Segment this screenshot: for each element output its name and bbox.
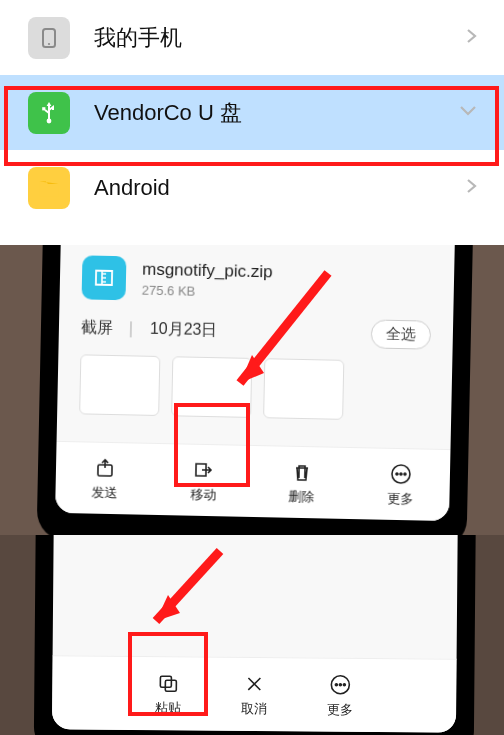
phone-frame: QQ ｜ 10月23日 msgnotify_pic.zip 275.6 KB 截… bbox=[36, 245, 473, 535]
btn-label: 移动 bbox=[190, 485, 216, 504]
btn-label: 更多 bbox=[387, 489, 413, 508]
svg-point-15 bbox=[343, 683, 345, 685]
btn-label: 删除 bbox=[289, 487, 315, 506]
group-date: 10月23日 bbox=[150, 320, 218, 338]
btn-label: 粘贴 bbox=[155, 699, 181, 717]
file-row-zip[interactable]: msgnotify_pic.zip 275.6 KB bbox=[59, 247, 454, 315]
row-android-folder[interactable]: Android bbox=[0, 150, 504, 225]
photo-panel-move: QQ ｜ 10月23日 msgnotify_pic.zip 275.6 KB 截… bbox=[0, 245, 504, 535]
file-name: msgnotify_pic.zip bbox=[142, 260, 273, 283]
file-manager-list: 我的手机 VendorCo U 盘 Android bbox=[0, 0, 504, 245]
row-my-phone[interactable]: 我的手机 bbox=[0, 0, 504, 75]
select-all-button[interactable]: 全选 bbox=[371, 319, 432, 349]
svg-point-9 bbox=[404, 473, 406, 475]
phone-icon bbox=[28, 17, 70, 59]
folder-icon bbox=[28, 167, 70, 209]
more-button[interactable]: 更多 bbox=[327, 672, 353, 718]
row-label: VendorCo U 盘 bbox=[94, 98, 456, 128]
btn-label: 发送 bbox=[92, 483, 118, 502]
row-usb-drive[interactable]: VendorCo U 盘 bbox=[0, 75, 504, 150]
action-toolbar: 粘贴 取消 更多 bbox=[52, 655, 457, 733]
row-label: Android bbox=[94, 175, 464, 201]
thumbnail[interactable] bbox=[171, 356, 252, 418]
btn-label: 更多 bbox=[327, 700, 353, 718]
chevron-right-icon bbox=[464, 174, 480, 202]
svg-point-8 bbox=[400, 473, 402, 475]
action-toolbar: 发送 移动 删除 更多 bbox=[55, 441, 450, 521]
btn-label: 取消 bbox=[241, 699, 267, 717]
file-size: 275.6 KB bbox=[142, 283, 273, 301]
delete-button[interactable]: 删除 bbox=[289, 459, 316, 506]
thumbnail[interactable] bbox=[263, 358, 344, 420]
photo-panel-paste: 耳朵，有些… 6.46 MB ｜ 2020/3/… 10:56 粘贴 取消 bbox=[0, 535, 504, 735]
group-label: 截屏 bbox=[81, 318, 113, 336]
svg-point-13 bbox=[335, 683, 337, 685]
send-button[interactable]: 发送 bbox=[92, 455, 119, 502]
svg-point-14 bbox=[339, 683, 341, 685]
svg-point-7 bbox=[396, 472, 398, 474]
svg-point-2 bbox=[47, 118, 52, 123]
svg-point-1 bbox=[48, 43, 50, 45]
phone-frame: 耳朵，有些… 6.46 MB ｜ 2020/3/… 10:56 粘贴 取消 bbox=[34, 535, 477, 735]
usb-icon bbox=[28, 92, 70, 134]
chevron-down-icon bbox=[456, 103, 480, 123]
phone-screen: QQ ｜ 10月23日 msgnotify_pic.zip 275.6 KB 截… bbox=[55, 245, 455, 521]
paste-button[interactable]: 粘贴 bbox=[155, 671, 181, 717]
more-button[interactable]: 更多 bbox=[387, 461, 414, 508]
chevron-right-icon bbox=[464, 24, 480, 52]
svg-marker-4 bbox=[47, 102, 52, 106]
svg-rect-3 bbox=[42, 107, 45, 110]
thumbnail-row bbox=[57, 348, 452, 428]
cancel-button[interactable]: 取消 bbox=[241, 671, 267, 717]
phone-screen: 耳朵，有些… 6.46 MB ｜ 2020/3/… 10:56 粘贴 取消 bbox=[52, 535, 458, 733]
thumbnail[interactable] bbox=[79, 354, 160, 416]
row-label: 我的手机 bbox=[94, 23, 464, 53]
zip-icon bbox=[82, 255, 127, 300]
move-button[interactable]: 移动 bbox=[190, 457, 217, 504]
separator: ｜ bbox=[123, 319, 139, 336]
